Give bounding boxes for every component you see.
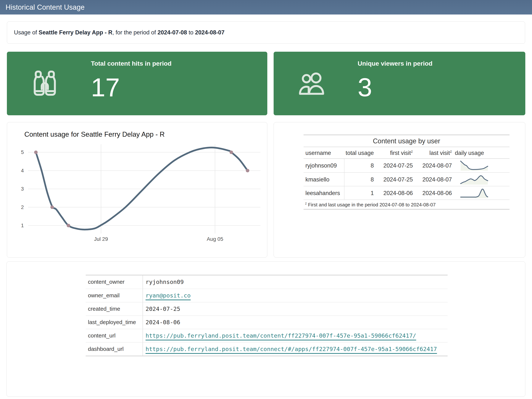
sparkline-chart [460,174,488,185]
footnote-marker: 1 [411,150,413,154]
prop-label-last-deployed-time: last_deployed_time [86,316,143,329]
svg-text:Jul 29: Jul 29 [94,236,108,242]
period-start-date: 2024-07-08 [158,29,187,36]
col-header-total-usage: total usage [344,147,376,158]
col-header-last-visit: last visit1 [415,147,454,158]
content-usage-by-user-table: Content usage by user username total usa… [304,135,509,209]
binoculars-icon [31,68,58,99]
svg-text:1: 1 [21,223,24,228]
sparkline-chart [460,187,488,199]
total-hits-title: Total content hits in period [91,60,171,67]
app-header: Historical Content Usage [0,0,532,14]
chart-title: Content usage for Seattle Ferry Delay Ap… [24,131,165,138]
table-row: last_deployed_time 2024-08-06 [86,316,448,329]
content-properties-table: content_owner ryjohnson09 owner_email ry… [86,275,448,356]
user-table-header-row: username total usage first visit1 last v… [304,147,509,159]
cell-total-usage: 8 [344,159,376,172]
footnote-marker: 1 [450,150,452,154]
table-row: dashboard_url https://pub.ferryland.posi… [86,342,448,356]
svg-text:5: 5 [21,150,24,155]
prop-value-last-deployed-time: 2024-08-06 [143,316,448,329]
usage-line-chart: 12345Jul 29Aug 05 [17,143,264,244]
people-icon [298,68,325,99]
total-hits-value: 17 [91,74,120,100]
usage-summary-text: Usage of Seattle Ferry Delay App - R, fo… [14,29,225,36]
owner-email-link[interactable]: ryan@posit.co [146,292,191,299]
total-hits-value-box: Total content hits in period 17 [7,52,267,115]
user-table-title: Content usage by user [304,135,509,147]
cell-username: kmasiello [304,173,344,186]
table-footnote: 1 First and last usage in the period 202… [304,200,509,209]
unique-viewers-title: Unique viewers in period [358,60,432,67]
cell-total-usage: 8 [344,173,376,186]
svg-text:3: 3 [21,186,24,192]
cell-last-visit: 2024-08-07 [415,159,454,172]
prop-value-dashboard-url: https://pub.ferryland.posit.team/connect… [143,342,448,356]
cell-last-visit: 2024-08-07 [415,173,454,186]
cell-first-visit: 2024-07-25 [376,159,415,172]
table-row: content_url https://pub.ferryland.posit.… [86,329,448,342]
col-header-first-visit: first visit1 [376,147,415,158]
table-row: content_owner ryjohnson09 [86,275,448,289]
cell-first-visit: 2024-08-06 [376,186,415,200]
table-row: kmasiello 8 2024-07-25 2024-08-07 [304,172,509,186]
table-row: ryjohnson09 8 2024-07-25 2024-08-07 [304,159,509,172]
table-row: created_time 2024-07-25 [86,302,448,316]
unique-viewers-value-box: Unique viewers in period 3 [274,52,525,115]
cell-daily-usage-sparkline [454,159,509,172]
prop-value-content-url: https://pub.ferryland.posit.team/content… [143,329,448,342]
col-header-daily-usage: daily usage [454,147,509,158]
unique-viewers-value: 3 [358,74,372,100]
prop-label-owner-email: owner_email [86,289,143,302]
usage-joiner: to [187,29,195,36]
dashboard-url-link[interactable]: https://pub.ferryland.posit.team/connect… [146,346,437,352]
content-url-link[interactable]: https://pub.ferryland.posit.team/content… [146,332,416,339]
usage-summary-card: Usage of Seattle Ferry Delay App - R, fo… [7,21,525,44]
prop-value-owner-email: ryan@posit.co [143,289,448,302]
sparkline-chart [460,160,488,171]
dashboard-page: Historical Content Usage Usage of Seattl… [0,0,532,399]
col-header-username: username [304,147,344,158]
cell-last-visit: 2024-08-06 [415,186,454,200]
user-table-body: ryjohnson09 8 2024-07-25 2024-08-07 kmas… [304,159,509,200]
prop-value-created-time: 2024-07-25 [143,302,448,316]
app-name: Seattle Ferry Delay App - R [39,29,113,36]
cell-username: ryjohnson09 [304,159,344,172]
svg-text:4: 4 [21,168,24,173]
prop-label-dashboard-url: dashboard_url [86,342,143,356]
prop-label-content-url: content_url [86,329,143,342]
prop-label-created-time: created_time [86,302,143,316]
cell-daily-usage-sparkline [454,173,509,186]
cell-username: leesahanders [304,186,344,200]
prop-value-content-owner: ryjohnson09 [143,275,448,289]
table-row: leesahanders 1 2024-08-06 2024-08-06 [304,186,509,200]
cell-daily-usage-sparkline [454,186,509,200]
prop-label-content-owner: content_owner [86,275,143,289]
usage-chart-card: Content usage for Seattle Ferry Delay Ap… [7,122,267,258]
table-row: owner_email ryan@posit.co [86,289,448,302]
svg-text:Aug 05: Aug 05 [207,236,223,242]
usage-prefix: Usage of [14,29,39,36]
usage-by-user-card: Content usage by user username total usa… [274,122,525,258]
cell-first-visit: 2024-07-25 [376,173,415,186]
period-end-date: 2024-08-07 [195,29,225,36]
content-properties-card: content_owner ryjohnson09 owner_email ry… [6,261,525,397]
usage-mid: , for the period of [113,29,158,36]
cell-total-usage: 1 [344,186,376,200]
page-title: Historical Content Usage [0,3,85,11]
svg-text:2: 2 [21,204,24,210]
